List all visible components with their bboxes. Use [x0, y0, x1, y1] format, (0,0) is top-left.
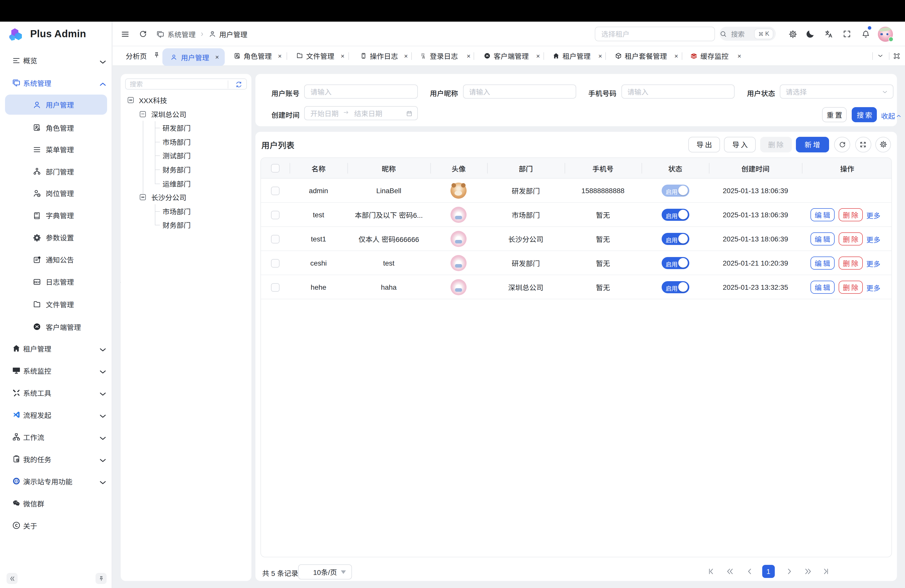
svg-text:DEV: DEV — [34, 280, 40, 283]
